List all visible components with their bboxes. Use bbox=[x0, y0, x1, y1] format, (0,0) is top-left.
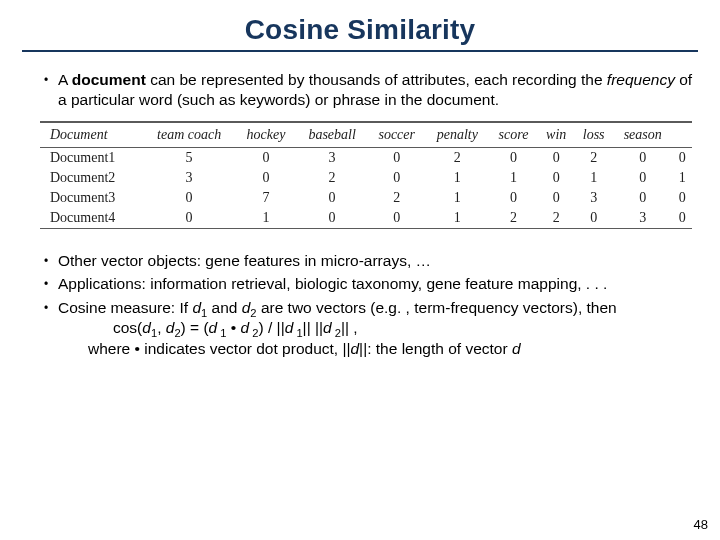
cell-value: 1 bbox=[426, 208, 490, 229]
sub: 1 bbox=[217, 327, 226, 339]
italic-frequency: frequency bbox=[607, 71, 675, 88]
txt: ) = ( bbox=[181, 319, 209, 336]
where-clause: where • indicates vector dot product, ||… bbox=[58, 339, 698, 359]
cell-value: 0 bbox=[368, 147, 426, 168]
col-term: loss bbox=[574, 122, 613, 148]
cell-value: 0 bbox=[538, 168, 574, 188]
var: d bbox=[285, 319, 294, 336]
bullet-document-frequency: A document can be represented by thousan… bbox=[44, 70, 698, 111]
cell-value: 1 bbox=[574, 168, 613, 188]
var: d bbox=[209, 319, 218, 336]
txt: A bbox=[58, 71, 72, 88]
cell-value: 0 bbox=[613, 168, 673, 188]
sub: 1 bbox=[293, 327, 302, 339]
txt: can be represented by thousands of attri… bbox=[146, 71, 607, 88]
txt: where • indicates vector dot product, || bbox=[88, 340, 350, 357]
txt: Applications: information retrieval, bio… bbox=[58, 275, 607, 292]
page-title: Cosine Similarity bbox=[22, 14, 698, 46]
cell-value: 2 bbox=[368, 188, 426, 208]
cell-value: 0 bbox=[236, 147, 297, 168]
cell-value: 0 bbox=[673, 147, 692, 168]
var: d bbox=[350, 340, 359, 357]
txt: cos( bbox=[113, 319, 142, 336]
cosine-formula: cos(d1, d2) = (d 1 • d 2) / ||d 1|| ||d … bbox=[58, 318, 698, 338]
cell-value: 0 bbox=[368, 168, 426, 188]
cell-value: 7 bbox=[236, 188, 297, 208]
var: d bbox=[323, 319, 332, 336]
cell-value: 2 bbox=[296, 168, 368, 188]
table-header-row: Documentteam coachhockeybaseballsoccerpe… bbox=[40, 122, 692, 148]
txt: Cosine measure: If bbox=[58, 299, 192, 316]
cell-value: 0 bbox=[538, 147, 574, 168]
bullet-applications: Applications: information retrieval, bio… bbox=[44, 274, 698, 294]
txt: , bbox=[157, 319, 166, 336]
row-label: Document3 bbox=[40, 188, 143, 208]
table-row: Document23020110101 bbox=[40, 168, 692, 188]
cell-value: 2 bbox=[489, 208, 538, 229]
cell-value: 1 bbox=[426, 188, 490, 208]
cell-value: 3 bbox=[574, 188, 613, 208]
cell-value: 1 bbox=[673, 168, 692, 188]
cell-value: 3 bbox=[296, 147, 368, 168]
row-label: Document1 bbox=[40, 147, 143, 168]
col-term: penalty bbox=[426, 122, 490, 148]
cell-value: 0 bbox=[143, 188, 236, 208]
col-term: soccer bbox=[368, 122, 426, 148]
txt: | , bbox=[345, 319, 358, 336]
bottom-bullets: Other vector objects: gene features in m… bbox=[44, 251, 698, 359]
txt: ||: the length of vector bbox=[359, 340, 512, 357]
cell-value: 0 bbox=[613, 147, 673, 168]
var: d bbox=[142, 319, 151, 336]
cell-value: 0 bbox=[296, 188, 368, 208]
cell-value: 2 bbox=[574, 147, 613, 168]
cell-value: 0 bbox=[368, 208, 426, 229]
col-term: season bbox=[613, 122, 673, 148]
cell-value: 0 bbox=[613, 188, 673, 208]
col-document: Document bbox=[40, 122, 143, 148]
cell-value: 3 bbox=[613, 208, 673, 229]
term-frequency-table: Documentteam coachhockeybaseballsoccerpe… bbox=[40, 121, 692, 229]
col-term: win bbox=[538, 122, 574, 148]
cell-value: 0 bbox=[143, 208, 236, 229]
cell-value: 2 bbox=[538, 208, 574, 229]
table-row: Document40100122030 bbox=[40, 208, 692, 229]
cell-value: 1 bbox=[236, 208, 297, 229]
cell-value: 0 bbox=[236, 168, 297, 188]
row-label: Document2 bbox=[40, 168, 143, 188]
sub: 2 bbox=[249, 327, 258, 339]
cell-value: 3 bbox=[143, 168, 236, 188]
cell-value: 2 bbox=[426, 147, 490, 168]
txt: ) / | bbox=[259, 319, 281, 336]
txt: and bbox=[207, 299, 241, 316]
cell-value: 1 bbox=[489, 168, 538, 188]
cell-value: 0 bbox=[673, 188, 692, 208]
cell-value: 1 bbox=[426, 168, 490, 188]
cell-value: 0 bbox=[538, 188, 574, 208]
var-d1: d bbox=[192, 299, 201, 316]
tf-table: Documentteam coachhockeybaseballsoccerpe… bbox=[40, 121, 692, 229]
cell-value: 0 bbox=[489, 188, 538, 208]
top-bullets: A document can be represented by thousan… bbox=[44, 70, 698, 111]
cell-value: 0 bbox=[574, 208, 613, 229]
table-row: Document15030200200 bbox=[40, 147, 692, 168]
txt: | | bbox=[307, 319, 319, 336]
cell-value: 5 bbox=[143, 147, 236, 168]
cell-value: 0 bbox=[296, 208, 368, 229]
title-underline bbox=[22, 50, 698, 52]
col-term: score bbox=[489, 122, 538, 148]
dot-op: • bbox=[227, 319, 241, 336]
row-label: Document4 bbox=[40, 208, 143, 229]
page-number: 48 bbox=[694, 517, 708, 532]
col-term: baseball bbox=[296, 122, 368, 148]
col-term: team coach bbox=[143, 122, 236, 148]
bullet-cosine-measure: Cosine measure: If d1 and d2 are two vec… bbox=[44, 298, 698, 359]
cell-value: 0 bbox=[489, 147, 538, 168]
txt: are two vectors (e.g. , term-frequency v… bbox=[257, 299, 617, 316]
var: d bbox=[512, 340, 521, 357]
var: d bbox=[241, 319, 250, 336]
cell-value: 0 bbox=[673, 208, 692, 229]
txt: Other vector objects: gene features in m… bbox=[58, 252, 431, 269]
bold-document: document bbox=[72, 71, 146, 88]
sub: 2 bbox=[332, 327, 341, 339]
table-row: Document30702100300 bbox=[40, 188, 692, 208]
